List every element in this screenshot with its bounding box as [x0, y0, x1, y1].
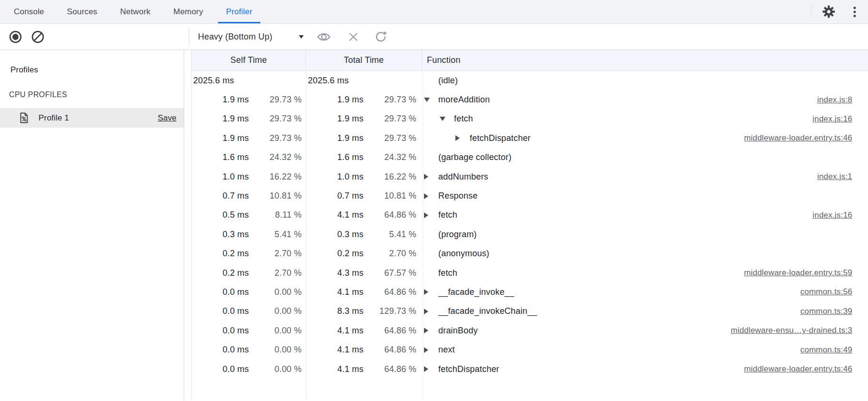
tab-console[interactable]: Console: [2, 0, 56, 23]
profile-table-row[interactable]: 0.0 ms0.00 %4.1 ms64.86 %drainBodymiddle…: [192, 321, 868, 340]
expand-arrow-icon[interactable]: [424, 174, 438, 180]
source-link[interactable]: common.ts:56: [791, 287, 852, 297]
settings-button[interactable]: [822, 5, 835, 18]
self-time-ms: 1.9 ms: [192, 95, 249, 105]
profiler-record-controls: [0, 24, 189, 50]
total-time-ms: 4.3 ms: [306, 268, 364, 278]
tab-network[interactable]: Network: [109, 0, 162, 23]
expand-arrow-icon[interactable]: [440, 117, 454, 121]
expand-arrow-icon[interactable]: [424, 289, 438, 295]
expand-arrow-icon[interactable]: [424, 309, 438, 314]
expand-arrow-icon[interactable]: [424, 193, 438, 199]
profile-table-row[interactable]: 0.0 ms0.00 %8.3 ms129.73 %__facade_invok…: [192, 302, 868, 321]
profile-table-row[interactable]: 0.0 ms0.00 %4.1 ms64.86 %fetchDispatcher…: [192, 360, 868, 379]
source-link[interactable]: index.js:1: [808, 172, 852, 181]
source-link[interactable]: middleware-loader.entry.ts:46: [734, 364, 852, 374]
profile-table-row[interactable]: 0.2 ms2.70 %4.3 ms67.57 %fetchmiddleware…: [192, 263, 868, 282]
source-link[interactable]: middleware-ensu…y-drained.ts:3: [721, 326, 852, 335]
source-link[interactable]: common.ts:49: [791, 345, 852, 355]
source-link[interactable]: index.js:16: [803, 211, 852, 220]
self-time-ms: 0.0 ms: [192, 345, 249, 355]
total-time-percent: 67.57 %: [364, 268, 416, 278]
expand-arrow-icon[interactable]: [424, 212, 438, 218]
indent-spacer: [424, 138, 455, 139]
self-time-percent: 29.73 %: [249, 133, 302, 143]
clear-profiles-button[interactable]: [31, 30, 45, 44]
total-time-cell: 0.3 ms5.41 %: [306, 230, 423, 240]
function-name: Response: [438, 191, 478, 201]
profile-table-row[interactable]: 1.9 ms29.73 %1.9 ms29.73 %moreAdditionin…: [192, 90, 868, 109]
expand-arrow-icon[interactable]: [424, 328, 438, 333]
profile-table-row[interactable]: 0.0 ms0.00 %4.1 ms64.86 %__facade_invoke…: [192, 282, 868, 301]
column-header-function[interactable]: Function: [422, 50, 868, 70]
save-profile-link[interactable]: Save: [158, 113, 177, 123]
total-time-ms: 4.1 ms: [306, 210, 364, 220]
block-icon: [31, 30, 45, 44]
profile-table-row[interactable]: 0.0 ms0.00 %4.1 ms64.86 %nextcommon.ts:4…: [192, 340, 868, 359]
self-time-percent: 0.00 %: [249, 364, 302, 374]
total-time-cell: 2025.6 ms: [306, 76, 423, 86]
self-time-percent: 8.11 %: [249, 210, 302, 220]
self-time-percent: 5.41 %: [249, 230, 302, 240]
total-time-ms: 2025.6 ms: [306, 76, 349, 86]
profile-table-row[interactable]: 1.6 ms24.32 %1.6 ms24.32 %(garbage colle…: [192, 148, 868, 167]
profile-table-row[interactable]: 0.7 ms10.81 %0.7 ms10.81 %Response: [192, 186, 868, 205]
panel-tabs: ConsoleSourcesNetworkMemoryProfiler: [0, 0, 264, 23]
self-time-cell: 1.9 ms29.73 %: [192, 114, 306, 124]
self-time-ms: 0.5 ms: [192, 210, 249, 220]
tab-sources[interactable]: Sources: [56, 0, 109, 23]
triangle-right-icon: [424, 212, 428, 218]
expand-arrow-icon[interactable]: [424, 366, 438, 372]
profile-table-row[interactable]: 2025.6 ms2025.6 ms(idle): [192, 71, 868, 90]
self-time-cell: 1.0 ms16.22 %: [192, 172, 306, 182]
triangle-right-icon: [424, 289, 428, 295]
function-name: (anonymous): [438, 249, 489, 259]
gear-icon: [822, 5, 835, 18]
source-link[interactable]: middleware-loader.entry.ts:59: [734, 268, 852, 278]
view-mode-select[interactable]: Heavy (Bottom Up): [198, 32, 304, 42]
function-cell: (anonymous): [423, 249, 868, 259]
profiler-toolbar: Heavy (Bottom Up): [0, 24, 868, 50]
self-time-cell: 0.2 ms2.70 %: [192, 268, 306, 278]
function-cell: Response: [423, 191, 868, 201]
source-link[interactable]: index.js:16: [803, 114, 852, 124]
profile-table-row[interactable]: 1.0 ms16.22 %1.0 ms16.22 %addNumbersinde…: [192, 167, 868, 186]
profile-table-row[interactable]: 1.9 ms29.73 %1.9 ms29.73 %fetchindex.js:…: [192, 110, 868, 129]
self-time-percent: 16.22 %: [249, 172, 302, 182]
function-cell: fetchmiddleware-loader.entry.ts:59: [423, 268, 868, 278]
profiles-sidebar: Profiles CPU PROFILES Profile 1Save: [0, 50, 184, 401]
restore-all-button[interactable]: [374, 30, 388, 44]
profile-table-row[interactable]: 0.2 ms2.70 %0.2 ms2.70 %(anonymous): [192, 244, 868, 263]
self-time-percent: 0.00 %: [249, 306, 302, 316]
focus-selected-button[interactable]: [316, 30, 331, 44]
total-time-percent: 64.86 %: [364, 345, 416, 355]
source-link[interactable]: index.js:8: [808, 95, 852, 105]
column-header-total-time[interactable]: Total Time: [306, 50, 422, 70]
profile-table-row[interactable]: 0.5 ms8.11 %4.1 ms64.86 %fetchindex.js:1…: [192, 206, 868, 225]
column-header-self-time[interactable]: Self Time: [192, 50, 306, 70]
source-link[interactable]: middleware-loader.entry.ts:46: [734, 133, 852, 143]
record-button[interactable]: [9, 30, 22, 44]
total-time-cell: 1.9 ms29.73 %: [306, 95, 423, 105]
total-time-percent: 5.41 %: [364, 230, 416, 240]
tab-profiler[interactable]: Profiler: [215, 0, 264, 23]
expand-arrow-icon[interactable]: [455, 135, 470, 141]
profile-table-row[interactable]: 1.9 ms29.73 %1.9 ms29.73 %fetchDispatche…: [192, 129, 868, 148]
total-time-cell: 1.9 ms29.73 %: [306, 133, 423, 143]
toolbar-divider: [811, 5, 811, 19]
self-time-cell: 0.3 ms5.41 %: [192, 230, 306, 240]
profile-table-row[interactable]: 0.3 ms5.41 %0.3 ms5.41 %(program): [192, 225, 868, 244]
total-time-percent: [349, 76, 402, 86]
total-time-cell: 1.6 ms24.32 %: [306, 152, 423, 162]
more-vert-icon: [851, 6, 858, 18]
expand-arrow-icon[interactable]: [424, 347, 438, 353]
tab-memory[interactable]: Memory: [162, 0, 215, 23]
more-menu-button[interactable]: [851, 6, 858, 18]
total-time-percent: 64.86 %: [364, 210, 416, 220]
self-time-cell: 1.9 ms29.73 %: [192, 133, 306, 143]
total-time-percent: 24.32 %: [364, 152, 416, 162]
profile-list-item[interactable]: Profile 1Save: [0, 108, 184, 128]
exclude-selected-button[interactable]: [347, 31, 359, 43]
source-link[interactable]: common.ts:39: [791, 307, 852, 316]
expand-arrow-icon[interactable]: [424, 98, 438, 102]
